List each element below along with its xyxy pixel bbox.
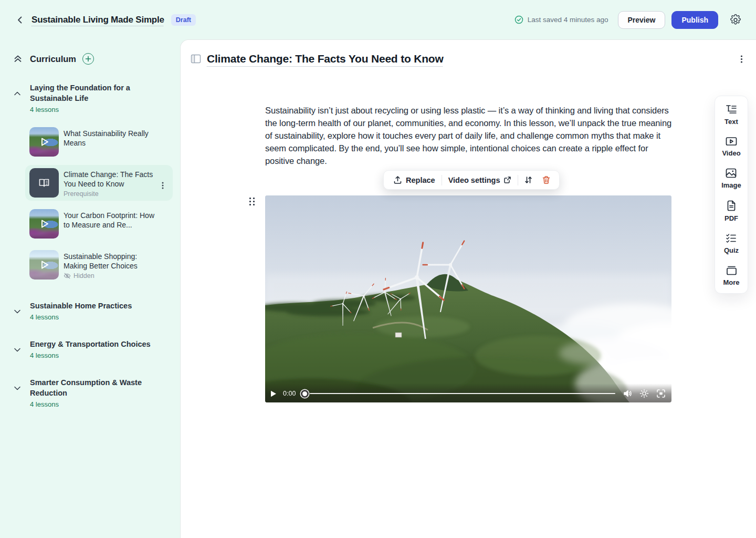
lesson-page-title[interactable]: Climate Change: The Facts You Need to Kn… (207, 53, 444, 65)
replace-video-button[interactable]: Replace (389, 172, 439, 188)
chevron-down-icon (13, 384, 22, 393)
curriculum-section: Smarter Consumption & Waste Reduction 4 … (0, 377, 180, 408)
lesson-header: Climate Change: The Facts You Need to Kn… (191, 53, 747, 65)
seek-track (310, 393, 615, 395)
course-title[interactable]: Sustainable Living Made Simple (32, 15, 164, 25)
section-lessons-count: 4 lessons (30, 313, 161, 321)
lesson-intro-paragraph[interactable]: Sustainability isn’t just about recyclin… (265, 104, 673, 167)
video-seek-bar[interactable] (301, 389, 615, 398)
video-player[interactable]: 0:00 (265, 195, 671, 402)
seek-handle[interactable] (301, 390, 309, 398)
autosave-status: Last saved 4 minutes ago (514, 15, 608, 24)
delete-block-button[interactable] (538, 173, 554, 188)
quiz-icon (726, 233, 737, 243)
chevron-down-icon (13, 307, 22, 316)
chevron-up-icon (13, 89, 22, 98)
lesson-menu-button[interactable] (159, 181, 167, 190)
lesson-video-thumbnail (29, 209, 59, 239)
add-quiz-block-button[interactable]: Quiz (724, 233, 739, 254)
play-icon (29, 250, 59, 280)
lesson-item-climate-change[interactable]: Climate Change: The Facts You Need to Kn… (25, 165, 173, 201)
add-pdf-block-button[interactable]: PDF (724, 200, 738, 222)
lesson-item-what-sustainability[interactable]: What Sustainability Really Means (25, 124, 173, 160)
play-icon (29, 209, 59, 239)
section-title: Sustainable Home Practices (30, 302, 132, 310)
add-curriculum-item-button[interactable] (82, 53, 94, 65)
status-badge: Draft (171, 14, 196, 26)
section-header[interactable]: Laying the Foundation for a Sustainable … (13, 82, 180, 113)
text-icon (726, 104, 737, 115)
toolbar-divider (518, 175, 518, 185)
video-quality-settings-icon[interactable] (639, 389, 649, 399)
external-link-icon (503, 176, 511, 184)
double-chevron-up-icon (13, 54, 23, 64)
swap-vertical-icon (524, 175, 533, 184)
lesson-item-sustainable-shopping[interactable]: Sustainable Shopping: Making Better Choi… (25, 247, 173, 283)
eye-off-icon (64, 272, 71, 280)
sidebar-toggle-icon[interactable] (191, 53, 202, 65)
open-book-icon (37, 175, 51, 190)
section-header[interactable]: Energy & Transportation Choices 4 lesson… (13, 339, 180, 359)
video-block-toolbar: Replace Video settings (383, 170, 560, 190)
chevron-left-icon (15, 15, 25, 25)
lesson-options-menu-button[interactable] (738, 54, 747, 64)
lesson-subtitle: Prerequisite (64, 190, 157, 198)
plus-icon (85, 56, 91, 62)
last-saved-text: Last saved 4 minutes ago (528, 16, 608, 24)
section-lessons-count: 4 lessons (30, 400, 161, 408)
preview-button[interactable]: Preview (618, 11, 666, 29)
image-icon (726, 168, 737, 178)
block-palette: Text Video Image PDF (715, 96, 748, 294)
publish-button[interactable]: Publish (671, 11, 718, 29)
palette-label: PDF (724, 214, 738, 222)
top-bar: Sustainable Living Made Simple Draft Las… (0, 0, 756, 39)
settings-button[interactable] (728, 12, 743, 28)
lesson-list: What Sustainability Really Means Climate… (25, 124, 180, 283)
block-drag-handle[interactable] (249, 198, 257, 208)
reading-lesson-tile (29, 168, 59, 198)
lesson-editor-panel: Climate Change: The Facts You Need to Kn… (180, 39, 756, 538)
lesson-item-carbon-footprint[interactable]: Your Carbon Footprint: How to Measure an… (25, 206, 173, 242)
move-block-button[interactable] (520, 173, 536, 188)
palette-label: Text (724, 118, 738, 126)
lesson-title: What Sustainability Really Means (64, 129, 149, 147)
volume-icon[interactable] (623, 389, 633, 399)
kebab-icon (738, 55, 747, 64)
collapse-all-button[interactable] (13, 54, 23, 64)
video-settings-button[interactable]: Video settings (444, 173, 516, 188)
section-header[interactable]: Smarter Consumption & Waste Reduction 4 … (13, 377, 180, 408)
curriculum-header: Curriculum (13, 53, 180, 65)
pdf-icon (727, 200, 736, 211)
video-play-button[interactable] (269, 389, 279, 398)
palette-label: More (723, 278, 739, 286)
video-current-time: 0:00 (283, 390, 296, 397)
kebab-icon (159, 181, 167, 190)
more-icon (726, 265, 737, 275)
lesson-title: Climate Change: The Facts You Need to Kn… (64, 170, 153, 188)
video-controls-bar: 0:00 (265, 384, 671, 402)
fullscreen-icon[interactable] (656, 389, 666, 399)
curriculum-section: Sustainable Home Practices 4 lessons (0, 301, 180, 321)
section-header[interactable]: Sustainable Home Practices 4 lessons (13, 301, 180, 321)
upload-icon (393, 175, 402, 184)
course-builder-app: Sustainable Living Made Simple Draft Las… (0, 0, 756, 538)
palette-label: Video (722, 149, 740, 157)
palette-label: Image (721, 181, 741, 189)
video-settings-label: Video settings (448, 176, 500, 184)
section-title: Smarter Consumption & Waste Reduction (30, 378, 142, 397)
top-bar-actions: Last saved 4 minutes ago Preview Publish (514, 11, 743, 29)
lesson-title: Sustainable Shopping: Making Better Choi… (64, 252, 138, 270)
section-title: Laying the Foundation for a Sustainable … (30, 84, 130, 102)
add-image-block-button[interactable]: Image (721, 168, 741, 189)
play-icon (29, 127, 59, 157)
back-button[interactable] (13, 13, 27, 27)
curriculum-section: Laying the Foundation for a Sustainable … (0, 82, 180, 283)
lesson-video-thumbnail (29, 127, 59, 157)
add-text-block-button[interactable]: Text (724, 104, 738, 126)
check-circle-icon (514, 15, 523, 24)
more-blocks-button[interactable]: More (723, 265, 739, 286)
add-video-block-button[interactable]: Video (722, 137, 740, 157)
replace-label: Replace (406, 176, 435, 184)
toolbar-divider (442, 175, 442, 185)
curriculum-title: Curriculum (30, 54, 76, 64)
